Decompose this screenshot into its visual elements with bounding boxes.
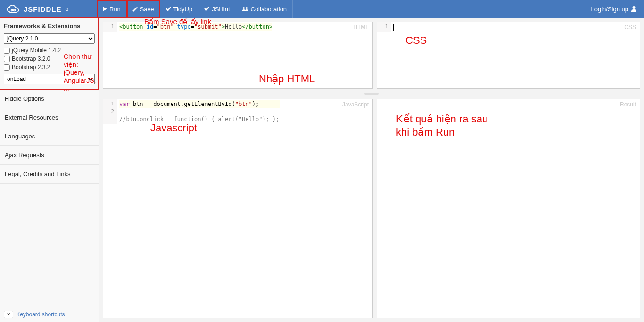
sidebar-footer: ? Keyboard shortcuts [0, 307, 99, 322]
kbd-help-button[interactable]: ? [4, 311, 13, 318]
js-gutter: 12 [103, 99, 117, 124]
login-signup-button[interactable]: Login/Sign up [583, 6, 644, 13]
frameworks-panel: Frameworks & Extensions jQuery 2.1.0 jQu… [0, 18, 99, 89]
top-bar: JSFIDDLE α Run Save TidyUp JSHint Collab… [0, 0, 644, 18]
tidyup-button[interactable]: TidyUp [160, 0, 199, 18]
user-icon [631, 6, 636, 12]
logo-alpha: α [66, 7, 68, 12]
pencil-icon [132, 7, 138, 12]
lib-checkbox-bootstrap-232[interactable]: Bootstrap 2.3.2 [4, 64, 95, 71]
svg-point-0 [243, 7, 245, 9]
cloud-logo-icon [7, 4, 20, 14]
css-pane[interactable]: CSS 1 CSS [377, 22, 640, 89]
editor-panes: HTML 1 <button id="btn" type="submit">He… [99, 18, 644, 322]
annotation-css: CSS [405, 34, 427, 47]
main-container: Frameworks & Extensions jQuery 2.1.0 jQu… [0, 18, 644, 322]
svg-point-1 [246, 7, 248, 9]
sidebar-external-resources[interactable]: External Resources [0, 108, 99, 127]
sidebar-legal[interactable]: Legal, Credits and Links [0, 165, 99, 184]
logo[interactable]: JSFIDDLE α [0, 4, 97, 14]
css-code[interactable] [391, 22, 396, 32]
annotation-result: Kết quả hiện ra saukhi bấm Run [396, 113, 488, 139]
check-icon [166, 7, 171, 11]
annotation-html: Nhập HTML [259, 73, 315, 85]
svg-point-2 [633, 6, 636, 9]
sidebar: Frameworks & Extensions jQuery 2.1.0 jQu… [0, 18, 99, 322]
people-icon [242, 7, 248, 11]
toolbar: Run Save TidyUp JSHint Collaboration [97, 0, 293, 18]
check-icon [204, 7, 209, 11]
html-code[interactable]: <button id="btn" type="submit">Hello</bu… [117, 22, 274, 32]
css-gutter: 1 [377, 22, 391, 32]
result-pane-label: Result [620, 101, 636, 108]
save-button[interactable]: Save [127, 0, 160, 18]
run-button[interactable]: Run [97, 0, 127, 18]
lib-checkbox-bootstrap-320[interactable]: Bootstrap 3.2.0 [4, 55, 95, 63]
framework-select[interactable]: jQuery 2.1.0 [4, 33, 95, 44]
result-pane: Result Kết quả hiện ra saukhi bấm Run [377, 99, 640, 318]
js-code[interactable]: var btn = document.getElementById("btn")… [117, 99, 281, 124]
collaboration-button[interactable]: Collaboration [236, 0, 293, 18]
lib-checkbox-jquery-mobile[interactable]: jQuery Mobile 1.4.2 [4, 47, 95, 54]
html-gutter: 1 [103, 22, 117, 32]
jshint-button[interactable]: JSHint [198, 0, 236, 18]
sidebar-ajax-requests[interactable]: Ajax Requests [0, 146, 99, 165]
logo-text: JSFIDDLE [24, 5, 62, 13]
sidebar-fiddle-options[interactable]: Fiddle Options [0, 89, 99, 108]
js-pane[interactable]: JavaScript 12 var btn = document.getElem… [103, 99, 373, 318]
html-pane[interactable]: HTML 1 <button id="btn" type="submit">He… [103, 22, 373, 89]
kbd-shortcuts-link[interactable]: Keyboard shortcuts [16, 311, 65, 318]
js-pane-label: JavaScript [342, 101, 369, 108]
sidebar-languages[interactable]: Languages [0, 127, 99, 146]
wrap-select[interactable]: onLoad [4, 74, 95, 84]
play-icon [103, 7, 107, 11]
html-pane-label: HTML [353, 24, 369, 31]
frameworks-title: Frameworks & Extensions [4, 23, 95, 30]
css-pane-label: CSS [624, 24, 636, 31]
